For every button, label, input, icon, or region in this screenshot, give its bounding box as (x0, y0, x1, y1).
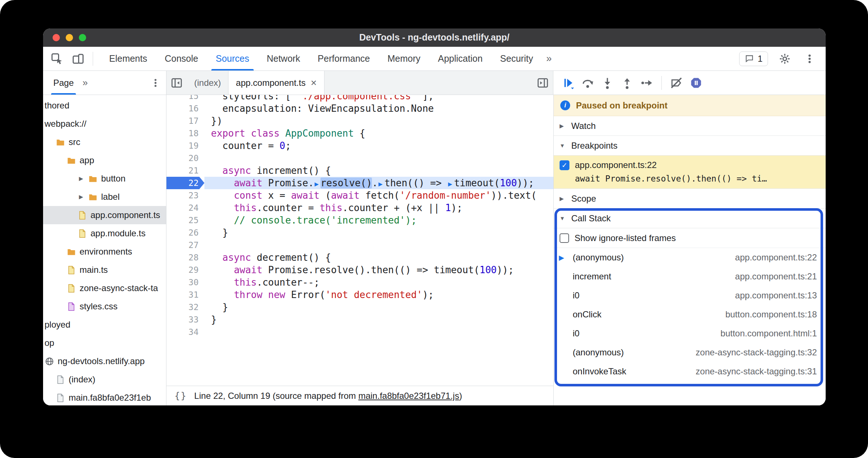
resume-icon[interactable] (560, 75, 576, 91)
tree-item[interactable]: ▶label (43, 188, 166, 206)
tree-item[interactable]: ng-devtools.netlify.app (43, 352, 166, 370)
toggle-navigator-icon[interactable] (166, 71, 187, 95)
breakpoint-checkbox[interactable]: ✓ (560, 160, 569, 170)
tree-item[interactable]: webpack:// (43, 115, 166, 133)
tree-item[interactable]: environments (43, 243, 166, 261)
file-tab-label: (index) (194, 78, 221, 88)
tree-item[interactable]: ▶button (43, 169, 166, 188)
close-window-button[interactable] (53, 34, 60, 41)
tab-memory[interactable]: Memory (379, 47, 429, 70)
code-line: 27 (166, 239, 553, 251)
call-stack-section-header[interactable]: ▼ Call Stack (554, 209, 826, 228)
scope-section-header[interactable]: ▶ Scope (554, 189, 826, 209)
line-number[interactable]: 32 (166, 301, 204, 313)
line-number[interactable]: 34 (166, 326, 204, 338)
tab-application[interactable]: Application (429, 47, 491, 70)
navigator-more-tabs-chevron[interactable]: » (82, 77, 88, 88)
tree-item[interactable]: src (43, 133, 166, 151)
tab-network[interactable]: Network (258, 47, 309, 70)
line-number[interactable]: 16 (166, 102, 204, 115)
close-tab-icon[interactable]: × (311, 78, 316, 88)
more-tabs-chevron[interactable]: » (542, 53, 556, 64)
step-out-icon[interactable] (619, 75, 635, 91)
file-tab[interactable]: (index) (187, 71, 228, 95)
tab-performance[interactable]: Performance (309, 47, 379, 70)
navigator-more-options-icon[interactable] (150, 75, 166, 91)
code-token: ], (417, 95, 434, 102)
panel-toggle-icon[interactable] (533, 71, 553, 95)
line-number[interactable]: 26 (166, 226, 204, 239)
async-step-marker[interactable]: ▶ (447, 180, 454, 188)
line-number[interactable]: 22 (166, 177, 204, 189)
code-token: async (222, 252, 251, 263)
line-number[interactable]: 15 (166, 95, 204, 102)
navigator-tab-page[interactable]: Page (51, 71, 76, 95)
step-over-icon[interactable] (580, 75, 596, 91)
call-stack-frame[interactable]: (anonymous)zone-async-stack-tagging.ts:3… (554, 343, 826, 362)
breakpoint-entry[interactable]: ✓ app.component.ts:22 await Promise.reso… (554, 156, 826, 189)
call-stack-frame[interactable]: incrementapp.component.ts:21 (554, 267, 826, 286)
source-map-link[interactable]: main.fa8bfa0e23f1eb71.js (358, 391, 459, 401)
call-stack-frame[interactable]: i0button.component.html:1 (554, 324, 826, 343)
panel-tab-strip: ElementsConsoleSourcesNetworkPerformance… (100, 47, 542, 70)
tree-item[interactable]: main.fa8bfa0e23f1eb (43, 389, 166, 405)
line-number[interactable]: 28 (166, 251, 204, 264)
watch-section-header[interactable]: ▶ Watch (554, 116, 826, 136)
code-scroll-area[interactable]: 15 styleUrls: [ './app.component.css' ],… (166, 95, 553, 386)
breakpoints-section-header[interactable]: ▼ Breakpoints (554, 136, 826, 156)
line-number[interactable]: 17 (166, 115, 204, 127)
device-toolbar-icon[interactable] (70, 51, 86, 67)
line-number[interactable]: 29 (166, 264, 204, 276)
line-number[interactable]: 27 (166, 239, 204, 251)
show-ignore-listed-row[interactable]: Show ignore-listed frames (554, 228, 826, 248)
tree-item[interactable]: (index) (43, 370, 166, 389)
line-number[interactable]: 24 (166, 202, 204, 214)
pretty-print-icon[interactable]: {} (174, 390, 187, 401)
code-token: )); (517, 178, 534, 188)
line-number[interactable]: 18 (166, 127, 204, 140)
step-into-icon[interactable] (599, 75, 615, 91)
deactivate-breakpoints-icon[interactable] (668, 75, 684, 91)
minimize-window-button[interactable] (66, 34, 73, 41)
call-stack-frame[interactable]: i0app.component.ts:13 (554, 286, 826, 305)
editor-status-bar: {} Line 22, Column 19 (source mapped fro… (166, 386, 553, 405)
tree-item[interactable]: app.module.ts (43, 224, 166, 243)
line-number[interactable]: 31 (166, 289, 204, 301)
tab-security[interactable]: Security (491, 47, 542, 70)
tree-item-label: app (80, 155, 94, 165)
line-number[interactable]: 19 (166, 140, 204, 152)
tree-item[interactable]: app (43, 151, 166, 169)
show-ignore-listed-checkbox[interactable] (560, 233, 569, 243)
tree-item[interactable]: zone-async-stack-ta (43, 279, 166, 297)
call-stack-frame[interactable]: onInvokeTaskzone-async-stack-tagging.ts:… (554, 362, 826, 381)
pause-on-exceptions-icon[interactable] (688, 75, 704, 91)
zoom-window-button[interactable] (79, 34, 86, 41)
tree-item[interactable]: main.ts (43, 261, 166, 279)
line-number[interactable]: 25 (166, 214, 204, 226)
line-number[interactable]: 20 (166, 152, 204, 164)
async-step-marker[interactable]: ▶ (314, 180, 320, 188)
tree-item[interactable]: op (43, 334, 166, 352)
more-options-icon[interactable] (802, 51, 818, 67)
call-stack-frame[interactable]: onClickbutton.component.ts:18 (554, 305, 826, 324)
async-step-marker[interactable]: ▶ (378, 180, 384, 188)
inspect-icon[interactable] (49, 51, 65, 67)
line-number[interactable]: 30 (166, 276, 204, 289)
tab-sources[interactable]: Sources (207, 47, 258, 70)
messages-badge[interactable]: 1 (739, 51, 768, 66)
file-tab[interactable]: app.component.ts× (228, 71, 324, 95)
line-number[interactable]: 21 (166, 164, 204, 177)
tab-elements[interactable]: Elements (100, 47, 156, 70)
settings-gear-icon[interactable] (777, 51, 793, 67)
tree-item[interactable]: thored (43, 96, 166, 115)
line-number[interactable]: 33 (166, 313, 204, 326)
call-stack-frame[interactable]: ▶(anonymous)app.component.ts:22 (554, 248, 826, 267)
breakpoint-code-snippet: await Promise.resolve().then(() => ti… (575, 173, 820, 184)
tab-console[interactable]: Console (156, 47, 207, 70)
tree-item[interactable]: ployed (43, 316, 166, 334)
line-number[interactable]: 23 (166, 189, 204, 202)
tree-item[interactable]: styles.css (43, 297, 166, 316)
code-token: }) (211, 115, 222, 126)
tree-item[interactable]: app.component.ts (43, 206, 166, 224)
step-icon[interactable] (639, 75, 655, 91)
